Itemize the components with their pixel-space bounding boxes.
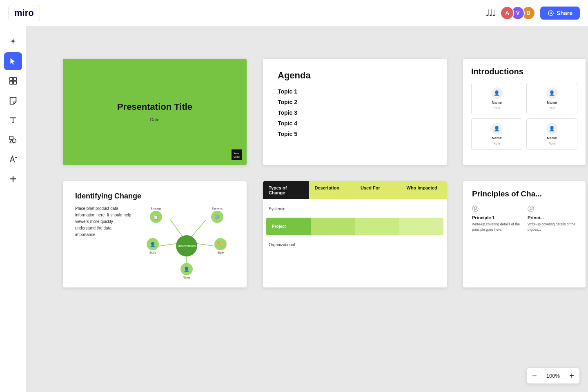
intro-icon-4: 👤: [546, 123, 558, 134]
shapes-icon: [9, 135, 18, 144]
label-systemic: Systemic: [263, 204, 309, 214]
slide-6[interactable]: Principles of Cha... ⓟ Principle 1 Write…: [463, 181, 586, 287]
avatar-1[interactable]: A: [500, 6, 514, 20]
sidebar-item-add[interactable]: [4, 170, 22, 188]
sidebar-item-select[interactable]: [4, 52, 22, 70]
canvas[interactable]: Presentation Title Date YourLogo Agenda …: [26, 26, 588, 392]
intro-card-4: 👤 Name Role: [526, 118, 577, 150]
topic-5: Topic 5: [278, 131, 432, 137]
add-icon: [9, 174, 18, 183]
label-organizational: Organizational: [263, 240, 309, 249]
slides-grid: Presentation Title Date YourLogo Agenda …: [63, 59, 586, 287]
intro-name-4: Name: [547, 136, 557, 140]
intro-name-1: Name: [492, 100, 502, 105]
node-strategy: Strategy 📋: [150, 207, 162, 223]
svg-rect-1: [9, 78, 12, 80]
principle-1-name: Principle 1: [472, 215, 521, 220]
topic-3: Topic 3: [278, 109, 432, 116]
zoom-in-button[interactable]: +: [564, 368, 579, 383]
svg-rect-6: [9, 136, 13, 140]
slide-1-title: Presentation Title: [117, 102, 192, 112]
miro-logo[interactable]: miro: [8, 5, 40, 21]
intro-role-2: Role: [548, 106, 555, 110]
intro-name-3: Name: [492, 136, 502, 140]
intro-card-1: 👤 Name Role: [471, 83, 522, 114]
node-style: ✏️ Style: [214, 238, 227, 254]
intro-role-1: Role: [493, 106, 500, 110]
avatar-group: A V B: [500, 6, 535, 20]
sidebar-item-shapes[interactable]: [4, 131, 22, 149]
diagram-wrapper: Shared Values Strategy 📋 Systems ⚙️: [146, 205, 227, 279]
topic-4: Topic 4: [278, 120, 432, 127]
principles-grid: ⓟ Principle 1 Write-up covering details …: [472, 205, 577, 232]
intro-icon-2: 👤: [546, 87, 558, 99]
table-body: Systemic Project Organizational: [263, 199, 447, 255]
topic-2: Topic 2: [278, 99, 432, 105]
topic-1: Topic 1: [278, 88, 432, 95]
navbar: miro ♩♩♩ A V B Share: [0, 0, 588, 26]
svg-rect-2: [13, 78, 16, 80]
intro-icon-1: 👤: [491, 87, 503, 99]
cursor-icon: [9, 57, 18, 66]
slide-3-title: Introductions: [471, 67, 577, 76]
row-project: Project: [266, 218, 443, 235]
intro-card-2: 👤 Name Role: [526, 83, 577, 114]
sidebar-item-sticky[interactable]: [4, 91, 22, 109]
slide-4-text: Place brief product data information her…: [75, 205, 132, 279]
slide-1[interactable]: Presentation Title Date YourLogo: [63, 59, 247, 165]
slide-2-title: Agenda: [278, 70, 432, 81]
nav-right: ♩♩♩ A V B Share: [486, 6, 580, 20]
diagram-area: Shared Values Strategy 📋 Systems ⚙️: [139, 205, 234, 279]
slide-1-date: Date: [150, 117, 159, 122]
center-node: Shared Values: [176, 235, 197, 256]
sidebar-item-text[interactable]: [4, 111, 22, 129]
intro-grid: 👤 Name Role 👤 Name Role 👤 Name Role 👤 Na…: [471, 83, 577, 150]
th-types: Types of Change: [263, 181, 309, 199]
intro-icon-3: 👤: [491, 123, 503, 134]
svg-rect-3: [9, 81, 12, 84]
slide-4-title: Identifying Change: [75, 192, 234, 200]
share-button[interactable]: Share: [540, 7, 580, 20]
sparkle-icon: [9, 37, 18, 46]
sidebar: [0, 26, 26, 392]
intro-role-4: Role: [548, 142, 555, 145]
node-skills: 👤 Skills: [147, 238, 159, 254]
intro-role-3: Role: [493, 142, 500, 145]
topic-list: Topic 1 Topic 2 Topic 3 Topic 4 Topic 5: [278, 88, 432, 137]
slide-4[interactable]: Identifying Change Place brief product d…: [63, 181, 247, 287]
slide-2[interactable]: Agenda Topic 1 Topic 2 Topic 3 Topic 4 T…: [263, 59, 447, 165]
principle-2-desc: Write-up covering details of the p goes.…: [528, 222, 577, 232]
row-systemic: Systemic: [263, 202, 447, 216]
node-name: 👤 Name: [180, 263, 193, 279]
slide-5[interactable]: Types of Change Description Used For Who…: [263, 181, 447, 287]
th-description: Description: [309, 181, 355, 199]
label-project: Project: [266, 218, 311, 235]
sticky-note-icon: [9, 96, 18, 105]
table-header: Types of Change Description Used For Who…: [263, 181, 447, 199]
principle-1-icon: ⓟ: [472, 205, 521, 214]
music-icon: ♩♩♩: [486, 8, 495, 18]
sidebar-item-font[interactable]: [4, 150, 22, 168]
share-icon: [548, 10, 554, 16]
text-icon: [9, 116, 18, 125]
slide-1-logo: YourLogo: [232, 149, 242, 160]
zoom-out-button[interactable]: −: [527, 368, 542, 383]
th-who-impacted: Who Impacted: [401, 181, 447, 199]
slide-4-body: Place brief product data information her…: [75, 205, 234, 279]
zoom-level: 100%: [542, 373, 564, 379]
principle-2-name: Princi...: [528, 215, 577, 220]
zoom-controls: − 100% +: [526, 368, 580, 384]
row-organizational: Organizational: [263, 237, 447, 253]
grid-icon: [9, 76, 18, 85]
intro-name-2: Name: [547, 100, 557, 105]
sidebar-item-frames[interactable]: [4, 72, 22, 90]
principle-2-icon: ⓟ: [528, 205, 577, 214]
principle-1-desc: Write-up covering details of the princip…: [472, 222, 521, 232]
node-systems: Systems ⚙️: [211, 207, 223, 223]
intro-card-3: 👤 Name Role: [471, 118, 522, 150]
slide-3[interactable]: Introductions 👤 Name Role 👤 Name Role 👤 …: [463, 59, 586, 165]
font-icon: [9, 155, 18, 164]
svg-rect-4: [13, 81, 16, 84]
slide-6-title: Principles of Cha...: [472, 189, 577, 198]
sidebar-item-ai[interactable]: [4, 33, 22, 51]
